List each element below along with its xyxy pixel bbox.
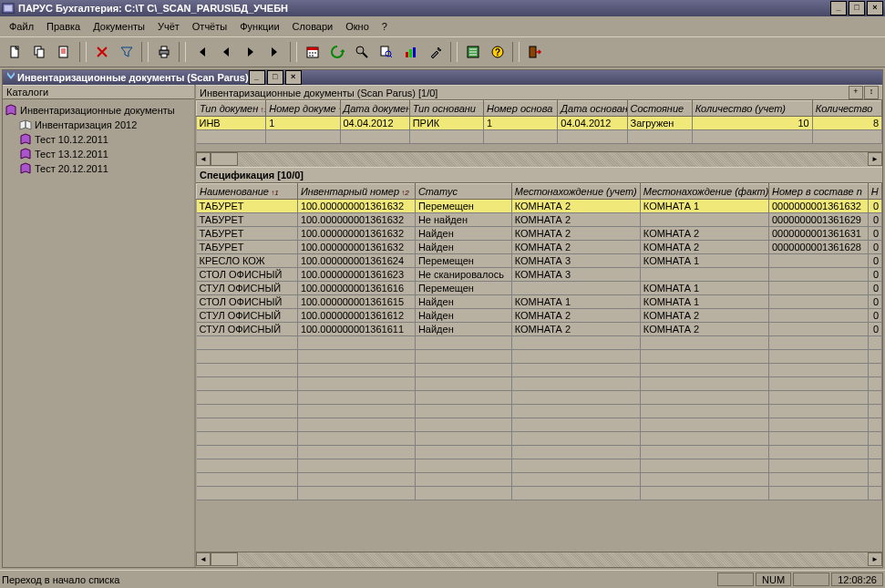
tb-help-icon[interactable]: ? bbox=[486, 41, 509, 63]
tb-config-icon[interactable] bbox=[461, 41, 484, 63]
col-state[interactable]: Состояние bbox=[627, 101, 692, 117]
tb-last-icon[interactable] bbox=[263, 41, 286, 63]
inner-minimize-button[interactable]: _ bbox=[249, 70, 265, 85]
tb-calendar-icon[interactable] bbox=[301, 41, 324, 63]
tb-find-icon[interactable] bbox=[375, 41, 397, 63]
tb-edit-icon[interactable] bbox=[53, 41, 76, 63]
table-row[interactable]: ТАБУРЕТ100.000000001361632ПеремещенКОМНА… bbox=[197, 200, 882, 213]
documents-grid[interactable]: Тип докумен ↑1 Номер докуме ↑2 Дата доку… bbox=[196, 100, 882, 144]
minimize-button[interactable]: _ bbox=[830, 1, 847, 15]
menu-reports[interactable]: Отчёты bbox=[187, 20, 232, 33]
scroll-left-button[interactable]: ◄ bbox=[196, 552, 211, 566]
table-row[interactable]: СТОЛ ОФИСНЫЙ100.000000001361623Не сканир… bbox=[197, 268, 882, 282]
status-message: Переход в начало списка bbox=[2, 574, 119, 585]
col-n[interactable]: Н bbox=[868, 184, 881, 200]
col-status[interactable]: Статус bbox=[415, 184, 511, 200]
table-row[interactable]: ТАБУРЕТ100.000000001361632Не найденКОМНА… bbox=[197, 213, 882, 227]
table-row[interactable] bbox=[197, 130, 882, 144]
menu-edit[interactable]: Правка bbox=[41, 20, 86, 33]
book-icon bbox=[19, 148, 32, 160]
menu-functions[interactable]: Функции bbox=[234, 20, 284, 33]
table-row[interactable] bbox=[197, 405, 882, 418]
tree-item[interactable]: Тест 20.12.2011 bbox=[5, 161, 192, 176]
close-button[interactable]: × bbox=[867, 1, 883, 15]
table-row[interactable] bbox=[197, 418, 882, 432]
tree-item[interactable]: Инвентаризация 2012 bbox=[5, 118, 192, 132]
table-row[interactable]: КРЕСЛО КОЖ100.000000001361624ПеремещенКО… bbox=[197, 254, 882, 268]
table-row[interactable]: ТАБУРЕТ100.000000001361632НайденКОМНАТА … bbox=[197, 241, 882, 254]
col-doc-type[interactable]: Тип докумен ↑1 bbox=[197, 101, 266, 117]
col-name[interactable]: Наименование ↑1 bbox=[197, 184, 298, 200]
tree-root[interactable]: Инвентаризационные документы bbox=[5, 103, 192, 118]
table-row[interactable] bbox=[197, 364, 882, 377]
tb-delete-icon[interactable] bbox=[90, 41, 113, 63]
scroll-left-button[interactable]: ◄ bbox=[196, 152, 211, 166]
col-loc-fact[interactable]: Местонахождение (факт) bbox=[640, 184, 768, 200]
table-row[interactable]: СТУЛ ОФИСНЫЙ100.000000001361612НайденКОМ… bbox=[197, 309, 882, 323]
table-row[interactable]: ТАБУРЕТ100.000000001361632НайденКОМНАТА … bbox=[197, 227, 882, 241]
col-base-type[interactable]: Тип основани bbox=[409, 101, 483, 117]
scroll-thumb[interactable] bbox=[211, 552, 238, 566]
table-row[interactable] bbox=[197, 487, 882, 500]
titlebar[interactable]: ПАРУС Бухгалтерия: C:\T C\_SCAN_PARUS\БД… bbox=[0, 0, 885, 16]
col-doc-date[interactable]: Дата докумен bbox=[340, 101, 409, 117]
grid-header-row[interactable]: Наименование ↑1 Инвентарный номер ↑2 Ста… bbox=[197, 184, 882, 200]
tb-chart-icon[interactable] bbox=[399, 41, 422, 63]
table-row[interactable] bbox=[197, 473, 882, 487]
inner-titlebar[interactable]: Инвентаризационные документы (Scan Parus… bbox=[3, 70, 882, 85]
table-row[interactable]: СТУЛ ОФИСНЫЙ100.000000001361611НайденКОМ… bbox=[197, 323, 882, 336]
menu-window[interactable]: Окно bbox=[340, 20, 375, 33]
menu-help[interactable]: ? bbox=[376, 20, 393, 33]
documents-grid-section: Инвентаризационные документы (Scan Parus… bbox=[196, 85, 882, 167]
menu-dictionaries[interactable]: Словари bbox=[287, 20, 339, 33]
table-row[interactable] bbox=[197, 432, 882, 446]
menu-file[interactable]: Файл bbox=[4, 20, 39, 33]
tb-filter-icon[interactable] bbox=[115, 41, 138, 63]
col-base-num[interactable]: Номер основа bbox=[484, 101, 558, 117]
col-inv[interactable]: Инвентарный номер ↑2 bbox=[297, 184, 415, 200]
tb-tools-icon[interactable] bbox=[424, 41, 447, 63]
catalog-tree[interactable]: Инвентаризационные документы Инвентариза… bbox=[3, 99, 194, 567]
tb-exit-icon[interactable] bbox=[523, 41, 546, 63]
h-scrollbar[interactable]: ◄ ► bbox=[196, 552, 882, 567]
tb-refresh-icon[interactable] bbox=[325, 41, 348, 63]
col-group-num[interactable]: Номер в составе п bbox=[768, 184, 868, 200]
table-row[interactable] bbox=[197, 446, 882, 459]
maximize-button[interactable]: □ bbox=[849, 1, 865, 15]
tree-item[interactable]: Тест 13.12.2011 bbox=[5, 147, 192, 161]
table-row[interactable] bbox=[197, 391, 882, 405]
table-row[interactable]: СТОЛ ОФИСНЫЙ100.000000001361615НайденКОМ… bbox=[197, 295, 882, 309]
scroll-right-button[interactable]: ► bbox=[868, 552, 882, 566]
menu-accounting[interactable]: Учёт bbox=[152, 20, 185, 33]
h-scrollbar[interactable]: ◄ ► bbox=[196, 151, 882, 167]
inner-maximize-button[interactable]: □ bbox=[267, 70, 283, 85]
grid-add-button[interactable]: + bbox=[849, 86, 863, 99]
inner-close-button[interactable]: × bbox=[285, 70, 302, 85]
col-doc-num[interactable]: Номер докуме ↑2 bbox=[266, 101, 340, 117]
tb-copy-icon[interactable] bbox=[28, 41, 51, 63]
col-qty[interactable]: Количество bbox=[812, 101, 881, 117]
scroll-right-button[interactable]: ► bbox=[868, 152, 882, 166]
scroll-thumb[interactable] bbox=[211, 152, 238, 166]
col-base-date[interactable]: Дата основан bbox=[558, 101, 627, 117]
grid-header-row[interactable]: Тип докумен ↑1 Номер докуме ↑2 Дата доку… bbox=[197, 101, 882, 117]
tb-new-icon[interactable] bbox=[4, 41, 26, 63]
tb-first-icon[interactable] bbox=[190, 41, 212, 63]
table-row[interactable]: ИНВ104.04.2012ПРИК104.04.2012Загружен108 bbox=[197, 117, 882, 130]
col-loc-acc[interactable]: Местонахождение (учет) bbox=[511, 184, 640, 200]
tb-search-icon[interactable] bbox=[350, 41, 373, 63]
table-row[interactable] bbox=[197, 350, 882, 364]
app-icon bbox=[2, 2, 15, 15]
tb-print-icon[interactable] bbox=[152, 41, 175, 63]
spec-grid[interactable]: Наименование ↑1 Инвентарный номер ↑2 Ста… bbox=[196, 183, 882, 500]
table-row[interactable]: СТУЛ ОФИСНЫЙ100.000000001361616Перемещен… bbox=[197, 282, 882, 295]
table-row[interactable] bbox=[197, 336, 882, 350]
table-row[interactable] bbox=[197, 459, 882, 473]
table-row[interactable] bbox=[197, 377, 882, 391]
col-qty-acc[interactable]: Количество (учет) bbox=[692, 101, 812, 117]
menu-documents[interactable]: Документы bbox=[87, 20, 150, 33]
tb-next-icon[interactable] bbox=[239, 41, 262, 63]
tb-prev-icon[interactable] bbox=[214, 41, 237, 63]
tree-item[interactable]: Тест 10.12.2011 bbox=[5, 132, 192, 147]
grid-expand-button[interactable]: ↕ bbox=[864, 86, 879, 99]
